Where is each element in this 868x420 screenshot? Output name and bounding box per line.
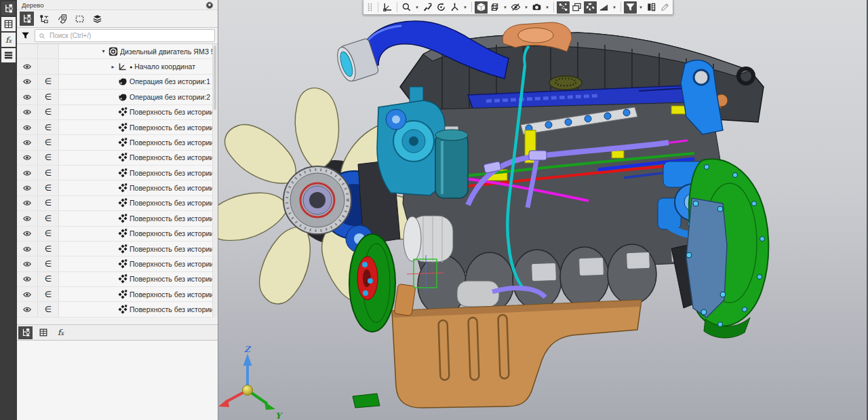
- scrollbar-thumb[interactable]: [214, 45, 216, 110]
- visibility-eye-icon[interactable]: [17, 272, 38, 286]
- dock-button-variables-fx[interactable]: fx: [1, 33, 16, 47]
- tree-row[interactable]: ∈Поверхность без истории:9: [17, 227, 218, 242]
- scene-filter-dropdown-arrow[interactable]: ▼: [637, 1, 644, 14]
- workplane-icon[interactable]: [381, 1, 394, 14]
- visibility-eye-icon[interactable]: [17, 59, 38, 73]
- visibility-eye-icon[interactable]: [17, 287, 38, 301]
- visibility-eye-icon[interactable]: [17, 135, 38, 149]
- settings-gear-icon[interactable]: [205, 1, 214, 9]
- tree-row-body: Поверхность без истории:4: [59, 151, 218, 165]
- panel-tree-tab[interactable]: [18, 326, 33, 339]
- tree-row[interactable]: ∈Поверхность без истории:14: [17, 302, 218, 317]
- tree-filter-icon[interactable]: [19, 29, 32, 42]
- tree-row[interactable]: ▾Дизельный двигатель ЯМЗ 5368-21 Дизельн: [17, 44, 218, 59]
- section-camera-icon[interactable]: [530, 1, 543, 14]
- dock-button-properties-table[interactable]: [1, 17, 16, 31]
- view-orientation-icon[interactable]: [448, 1, 461, 14]
- visibility-eye-icon[interactable]: [17, 75, 38, 89]
- visibility-eye-icon[interactable]: [17, 256, 38, 271]
- tree-row-label: Поверхность без истории:2: [130, 123, 216, 132]
- explode-view-icon[interactable]: [584, 1, 597, 14]
- housing-cover-plate: [686, 198, 727, 318]
- visibility-eye-icon[interactable]: [17, 105, 38, 119]
- panel-variables-tab[interactable]: fx: [54, 326, 68, 339]
- tree-row[interactable]: ∈Поверхность без истории:4: [17, 151, 218, 166]
- visibility-eye-icon[interactable]: [17, 151, 38, 165]
- rotate-view-icon[interactable]: [435, 1, 448, 14]
- tree-row[interactable]: ∈Операция без истории:1: [17, 75, 218, 90]
- surface-icon: [118, 305, 127, 314]
- visibility-eye-icon[interactable]: [17, 227, 38, 241]
- viewport-3d[interactable]: Z Y ▼▼▼▼▼▼▼: [218, 0, 868, 420]
- visibility-eye-icon[interactable]: [17, 302, 38, 316]
- tree-panel: Дерево ▾Дизельный двигатель ЯМЗ 5368-21 …: [17, 0, 218, 420]
- tree-toolbar-tree-elements-icon[interactable]: [37, 12, 52, 26]
- membership-icon: ∈: [38, 120, 59, 134]
- dock-button-main-menu[interactable]: [1, 48, 16, 62]
- toolbar-drag-handle-icon[interactable]: [365, 1, 375, 14]
- tree-row[interactable]: ∈Поверхность без истории:8: [17, 211, 218, 226]
- toolbar-separator: [553, 2, 554, 12]
- tree-row-body: Поверхность без истории:3: [59, 135, 218, 149]
- membership-icon: ∈: [38, 196, 59, 210]
- visibility-eye-icon[interactable]: [17, 180, 38, 195]
- engine-3d-model[interactable]: [218, 0, 868, 420]
- view-orientation-dropdown-arrow[interactable]: ▼: [462, 1, 469, 14]
- tree-scrollbar[interactable]: [212, 44, 218, 318]
- visibility-eye-icon[interactable]: [17, 166, 38, 180]
- hide-elements-dropdown-arrow[interactable]: ▼: [523, 1, 530, 14]
- membership-icon: ∈: [38, 242, 59, 256]
- dock-button-structure-tree[interactable]: [1, 1, 16, 16]
- panel-table-tab[interactable]: [36, 326, 50, 339]
- collapse-arrow-icon[interactable]: ▾: [100, 48, 106, 54]
- tree-row-label: Поверхность без истории:14: [130, 305, 216, 313]
- section-camera-dropdown-arrow[interactable]: ▼: [544, 1, 551, 14]
- membership-cell-empty: [38, 59, 59, 73]
- visibility-eye-icon[interactable]: [17, 242, 38, 256]
- tree-toolbar-selection-frame-icon[interactable]: [73, 12, 87, 26]
- tree-row[interactable]: ∈Поверхность без истории:10: [17, 242, 218, 256]
- zoom-dropdown-arrow[interactable]: ▼: [414, 1, 420, 14]
- zoom-icon[interactable]: [400, 1, 413, 14]
- windows-icon[interactable]: [570, 1, 583, 14]
- tree-row[interactable]: ∈Поверхность без истории:11: [17, 256, 218, 271]
- tree-row-body: ▸●Начало координат: [59, 59, 218, 73]
- tree-row-label: Поверхность без истории:11: [130, 260, 216, 268]
- tree-toolbar-tree-structure-icon[interactable]: [20, 12, 34, 26]
- tree-row[interactable]: ▸●Начало координат: [17, 59, 218, 74]
- wireframe-mode-icon[interactable]: [488, 1, 501, 14]
- tree-row-body: Поверхность без истории:9: [59, 227, 218, 241]
- visibility-eye-icon[interactable]: [17, 120, 38, 134]
- isometry-view-icon[interactable]: [421, 1, 434, 14]
- tree-row[interactable]: ∈Поверхность без истории:12: [17, 272, 218, 287]
- tree-toolbar-history-document-icon[interactable]: [55, 12, 69, 26]
- tree-row[interactable]: ∈Поверхность без истории:3: [17, 135, 218, 150]
- scene-filter-icon[interactable]: [624, 1, 637, 14]
- visibility-eye-icon[interactable]: [17, 196, 38, 210]
- edit-pencil-icon[interactable]: [658, 1, 671, 14]
- search-input-wrap: [35, 29, 215, 42]
- hide-elements-icon[interactable]: [509, 1, 522, 14]
- expand-arrow-icon[interactable]: ▸: [110, 64, 116, 70]
- breather-cap: [549, 76, 582, 90]
- clip-plane-dropdown-arrow[interactable]: ▼: [611, 1, 618, 14]
- search-input[interactable]: [48, 31, 211, 40]
- wireframe-mode-dropdown-arrow[interactable]: ▼: [502, 1, 509, 14]
- tree-row[interactable]: ∈Поверхность без истории:5: [17, 166, 218, 180]
- surface-icon: [118, 107, 127, 117]
- shaded-mode-icon[interactable]: [475, 1, 488, 14]
- visibility-eye-icon[interactable]: [17, 90, 38, 104]
- tree-row[interactable]: ∈Поверхность без истории:1: [17, 105, 218, 120]
- document-structure-icon[interactable]: [645, 1, 658, 14]
- tree-row[interactable]: ∈Поверхность без истории:13: [17, 287, 218, 302]
- tree-row-body: Операция без истории:2: [59, 90, 218, 104]
- clip-plane-icon[interactable]: [597, 1, 610, 14]
- snap-points-icon[interactable]: [557, 1, 570, 14]
- tree-row[interactable]: ∈Поверхность без истории:7: [17, 196, 218, 211]
- tree-row[interactable]: ∈Поверхность без истории:6: [17, 180, 218, 195]
- tree-toolbar-layers-icon[interactable]: [90, 12, 104, 26]
- tree-row[interactable]: ∈Поверхность без истории:2: [17, 120, 218, 135]
- tree-row-label: Поверхность без истории:13: [130, 290, 216, 299]
- tree-row[interactable]: ∈Операция без истории:2: [17, 90, 218, 104]
- visibility-eye-icon[interactable]: [17, 211, 38, 225]
